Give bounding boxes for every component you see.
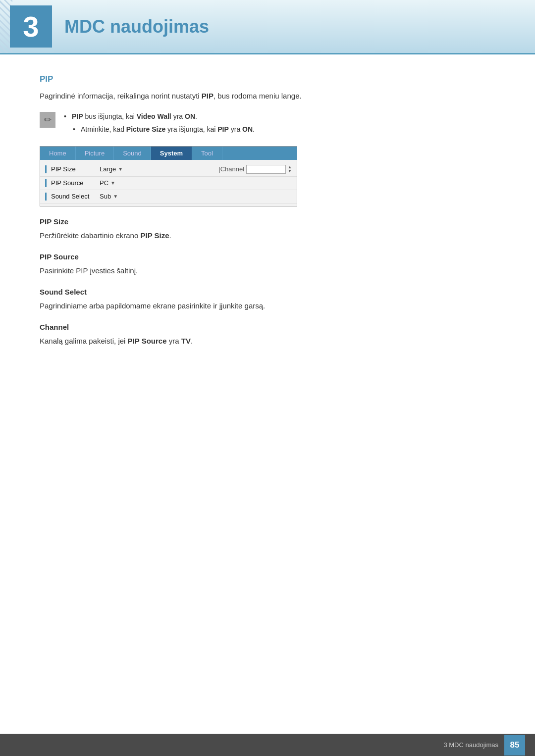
channel-input[interactable] [246,165,286,174]
chapter-title: MDC naudojimas [64,16,209,37]
menu-tabs: Home Picture Sound System Tool [40,147,297,160]
menu-row-pip-size: PIP Size Large ▼ |Channel ▲ ▼ [40,162,297,177]
intro-text: Pagrindinė informacija, reikalinga norin… [40,90,495,102]
tab-system[interactable]: System [151,147,192,160]
subsection-text-pip-source: Pasirinkite PIP įvesties šaltinį. [40,265,495,277]
pip-source-label: PIP Source [45,179,100,187]
pencil-icon: ✏ [44,114,52,125]
chapter-header: 3 MDC naudojimas [0,0,535,54]
pip-size-label: PIP Size [45,165,100,173]
tab-sound[interactable]: Sound [114,147,151,160]
pip-size-value: Large ▼ [100,165,134,173]
sound-select-value: Sub ▼ [100,193,134,200]
tab-tool[interactable]: Tool [192,147,222,160]
menu-screenshot: Home Picture Sound System Tool PIP Size … [40,146,297,206]
footer-text: 3 MDC naudojimas [443,741,498,749]
chapter-number: 3 [23,12,39,41]
pip-size-right: |Channel ▲ ▼ [218,165,292,174]
page-number-badge: 85 [504,735,525,756]
note-item-2: Atminkite, kad Picture Size yra išjungta… [63,124,255,135]
row-bar-3 [45,193,47,201]
subsection-heading-sound-select: Sound Select [40,288,495,296]
spinner: ▲ ▼ [288,165,292,173]
subsection-text-channel: Kanalą galima pakeisti, jei PIP Source y… [40,335,495,347]
dropdown-arrow-3: ▼ [113,194,118,199]
section-heading: PIP [40,74,495,84]
channel-label-1: |Channel [218,165,244,173]
subsection-heading-channel: Channel [40,323,495,331]
row-bar-2 [45,179,47,187]
subsection-heading-pip-source: PIP Source [40,252,495,261]
subsection-heading-pip-size: PIP Size [40,217,495,226]
menu-row-sound-select: Sound Select Sub ▼ [40,190,297,203]
menu-body: PIP Size Large ▼ |Channel ▲ ▼ [40,160,297,206]
page-footer: 3 MDC naudojimas 85 [0,734,535,756]
note-icon: ✏ [40,112,55,128]
dropdown-arrow: ▼ [118,166,123,172]
sound-select-label: Sound Select [45,193,100,201]
dropdown-arrow-2: ▼ [110,180,115,186]
main-content: PIP Pagrindinė informacija, reikalinga n… [0,74,535,394]
pip-source-value: PC ▼ [100,179,134,187]
menu-row-pip-source: PIP Source PC ▼ [40,177,297,190]
row-bar [45,165,47,173]
note-item-1: PIP bus išjungta, kai Video Wall yra ON. [63,111,255,122]
tab-picture[interactable]: Picture [76,147,114,160]
note-list: PIP bus išjungta, kai Video Wall yra ON.… [63,111,255,137]
subsection-text-sound-select: Pagrindiniame arba papildomame ekrane pa… [40,300,495,312]
subsection-text-pip-size: Peržiūrėkite dabartinio ekrano PIP Size. [40,230,495,242]
note-block: ✏ PIP bus išjungta, kai Video Wall yra O… [40,111,495,137]
chapter-number-box: 3 [10,5,52,48]
tab-home[interactable]: Home [40,147,76,160]
